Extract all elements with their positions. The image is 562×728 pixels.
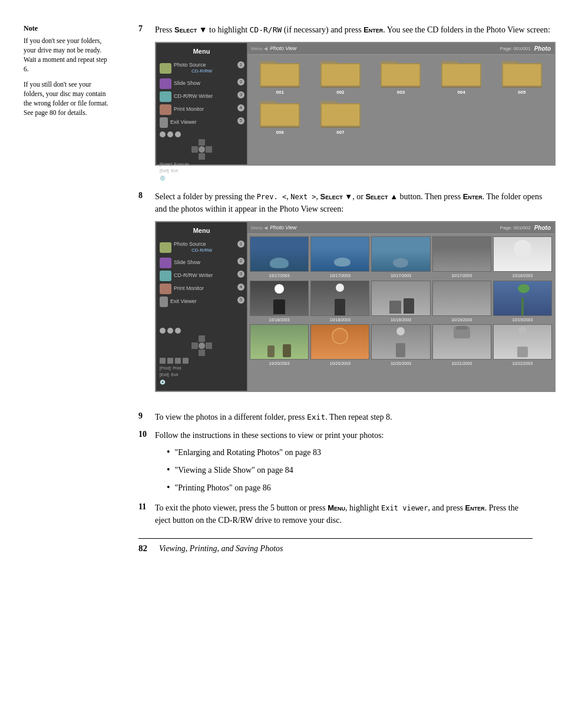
- page-info-2: Page: 001/002: [500, 225, 531, 232]
- menu-item-label-2: Slide Show: [174, 80, 200, 88]
- page-footer: 82 Viewing, Printing, and Saving Photos: [138, 538, 533, 554]
- folder-label-006: 006: [276, 129, 284, 136]
- folder-icon-004: [441, 58, 481, 88]
- dpad-2: [191, 335, 212, 356]
- photo-date-12: 10/20/2003: [330, 361, 351, 367]
- enter-keyword-11: Enter: [465, 503, 485, 512]
- menu-item-label-4: Print Monitor: [174, 106, 204, 114]
- photo-thumb-15[interactable]: 10/22/2003: [493, 324, 552, 367]
- svg-rect-23: [261, 104, 299, 126]
- menu-item-cdrw-writer[interactable]: CD-R/RW Writer 3: [156, 90, 247, 103]
- photo-header-1: Menu ◀ Photo View Page: 001/001 Photo: [247, 43, 554, 55]
- photo-thumb-5[interactable]: 10/18/2003: [493, 236, 552, 279]
- folder-icon-003: [381, 58, 421, 88]
- photo-thumb-8[interactable]: 10/19/2003: [371, 281, 430, 324]
- menu-item-photo-source-2[interactable]: Photo Source CD-R/RW 1: [156, 239, 247, 257]
- step-9-number: 9: [138, 411, 155, 421]
- menu-controls-1: [Enter]: Execute[Exit]: Exit 💿: [156, 129, 247, 185]
- menu-item-exit-viewer-2[interactable]: Exit Viewer 5: [156, 295, 247, 308]
- photo-thumb-14[interactable]: 10/21/2003: [432, 324, 491, 367]
- photo-source-icon-2: [160, 242, 171, 253]
- menu-item-num-2-2: 2: [237, 258, 244, 265]
- prev-keyword: Prev. <: [257, 193, 287, 201]
- photo-date-10: 10/19/2003: [512, 317, 533, 324]
- folder-006[interactable]: 006: [251, 98, 309, 136]
- folder-001[interactable]: 001: [251, 58, 309, 96]
- enter-keyword: Enter: [363, 25, 383, 34]
- photo-label-2: Photo: [534, 223, 551, 232]
- menu-item-print-monitor-2[interactable]: Print Monitor 4: [156, 282, 247, 295]
- photo-thumb-9[interactable]: 10/19/2003: [432, 281, 491, 324]
- photo-thumb-6[interactable]: 10/18/2003: [250, 281, 309, 324]
- menu-dots-2: [160, 328, 243, 334]
- photo-header-right-1: Page: 001/001 Photo: [500, 44, 551, 53]
- cdrw-icon-2: [160, 271, 171, 281]
- menu-item-exit-viewer[interactable]: Exit Viewer 5: [156, 116, 247, 129]
- bullet-item-1-text: "Enlarging and Rotating Photos" on page …: [175, 446, 321, 459]
- photo-date-7: 10/18/2003: [330, 317, 351, 324]
- step-7-number: 7: [138, 24, 155, 34]
- step-8-text: Select a folder by pressing the Prev. <,…: [155, 190, 556, 404]
- folder-grid-row1: 001 002: [247, 55, 554, 97]
- photo-date-11: 10/20/2003: [269, 361, 290, 367]
- photo-date-14: 10/21/2003: [451, 361, 472, 367]
- menu-controls-2: [Print]: Print[Exit]: Exit 💿: [156, 325, 247, 388]
- menu-item-num-4: 4: [237, 104, 244, 111]
- photo-thumb-4[interactable]: 10/17/2003: [432, 236, 491, 279]
- photo-thumb-7[interactable]: 10/18/2003: [310, 281, 369, 324]
- page-footer-title: Viewing, Printing, and Saving Photos: [159, 544, 283, 554]
- menu-item-num-2-4: 4: [237, 284, 244, 291]
- exit-keyword: Exit: [307, 413, 325, 421]
- photo-source-icon: [160, 63, 171, 74]
- photo-row-2: 10/18/2003 10/18/2003: [247, 280, 554, 324]
- dpad-1: [191, 139, 212, 160]
- folder-005[interactable]: 005: [492, 58, 551, 96]
- empty-slot-3: [492, 98, 551, 136]
- screen1-footer: [Enter]: Execute[Exit]: Exit: [160, 162, 243, 174]
- exit-viewer-keyword: Exit viewer: [381, 504, 428, 512]
- empty-slot-2: [432, 98, 491, 136]
- photo-thumb-1[interactable]: 10/17/2003: [250, 236, 309, 279]
- photo-thumb-2[interactable]: 10/17/2003: [310, 236, 369, 279]
- print-monitor-icon-2: [160, 284, 171, 294]
- menu-item-num-2-5: 5: [237, 297, 244, 304]
- svg-rect-11: [382, 64, 419, 85]
- folder-icon-005: [502, 58, 542, 88]
- exit-viewer-icon: [160, 117, 168, 128]
- folder-icon-002: [320, 58, 361, 88]
- photo-date-4: 10/17/2003: [451, 273, 472, 279]
- menu-item-num-3: 3: [237, 91, 244, 98]
- menu-item-cdrw-writer-2[interactable]: CD-R/RW Writer 3: [156, 269, 247, 282]
- photo-date-15: 10/22/2003: [512, 361, 533, 367]
- menu-panel-1: Menu Photo Source CD-R/RW 1 Slide Show: [156, 43, 247, 164]
- folder-grid-row2: 006 007: [247, 97, 554, 140]
- menu-back-arrow-2: Menu ◀: [251, 225, 267, 232]
- bullet-item-3: "Printing Photos" on page 86: [167, 480, 533, 495]
- menu-item-label-5: Exit Viewer: [170, 118, 197, 127]
- photo-thumb-10[interactable]: 10/19/2003: [493, 281, 552, 324]
- menu-item-num-1: 1: [237, 61, 244, 68]
- menu-item-label-2-3: CD-R/RW Writer: [174, 272, 213, 280]
- menu-dots-1: [160, 131, 243, 137]
- photo-date-8: 10/19/2003: [391, 317, 411, 324]
- folder-004[interactable]: 004: [432, 58, 491, 96]
- step-7-text: Press Select ▼ to highlight CD-R/RW (if …: [155, 24, 556, 177]
- menu-keyword-11: Menu: [328, 503, 345, 512]
- photo-thumb-13[interactable]: 10/20/2003: [371, 324, 430, 367]
- folder-003[interactable]: 003: [372, 58, 430, 96]
- folder-002[interactable]: 002: [312, 58, 370, 96]
- photo-thumb-3[interactable]: 10/17/2003: [371, 236, 430, 279]
- menu-item-print-monitor[interactable]: Print Monitor 4: [156, 103, 247, 116]
- menu-item-photo-source[interactable]: Photo Source CD-R/RW 1: [156, 60, 247, 78]
- photo-header-2: Menu ◀ Photo View Page: 001/002 Photo: [247, 222, 554, 234]
- photo-thumb-12[interactable]: 10/20/2003: [310, 324, 369, 367]
- menu-item-slide-show-2[interactable]: Slide Show 2: [156, 256, 247, 269]
- step-10-number: 10: [138, 429, 155, 439]
- menu-item-num-2-3: 3: [237, 271, 244, 278]
- menu-item-slide-show[interactable]: Slide Show 2: [156, 77, 247, 90]
- menu-title-2: Menu: [156, 225, 247, 237]
- photo-date-3: 10/17/2003: [391, 273, 411, 279]
- next-keyword: Next >: [290, 193, 316, 201]
- folder-007[interactable]: 007: [312, 98, 370, 136]
- photo-thumb-11[interactable]: 10/20/2003: [250, 324, 309, 367]
